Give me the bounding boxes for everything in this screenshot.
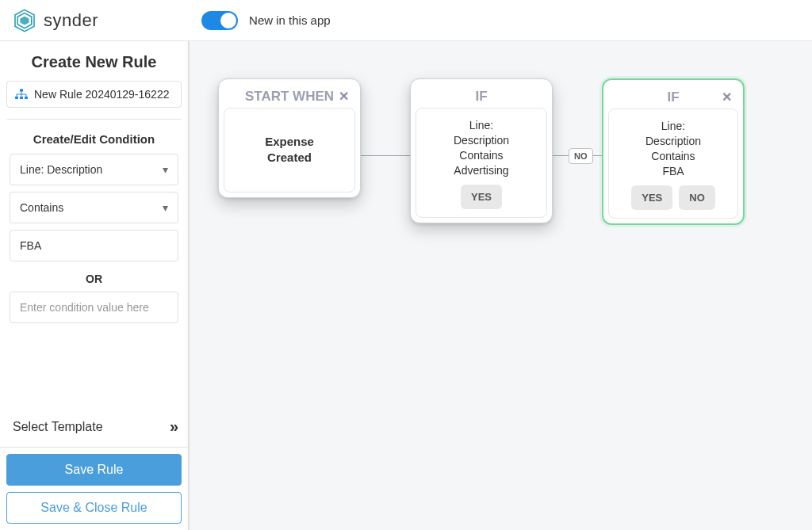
no-chip[interactable]: NO [679,185,715,211]
brand-text: synder [44,10,98,31]
rule-flow-canvas[interactable]: NO START WHEN ✕ ExpenseCreated IF Line: … [190,41,812,530]
caret-down-icon: ▾ [163,201,168,214]
caret-down-icon: ▾ [163,163,168,176]
condition-section-title: Create/Edit Condition [0,129,188,154]
cond-value: Advertising [421,163,542,178]
rule-name-text: New Rule 20240129-16222 [34,88,169,101]
condition-value-input[interactable]: FBA [10,230,178,261]
node-if-2[interactable]: IF ✕ Line: Description Contains FBA YES … [602,78,745,225]
node-head: START WHEN ✕ [224,84,355,108]
node-body: Line: Description Contains Advertising Y… [416,108,547,218]
rule-editor-sidebar: Create New Rule New Rule 20240129-16222 … [0,41,190,530]
connector [361,155,410,156]
rule-name-field[interactable]: New Rule 20240129-16222 [6,81,182,108]
brand-logo: synder [12,8,98,33]
divider [6,119,182,120]
svg-rect-4 [15,97,18,99]
condition-alt-placeholder: Enter condition value here [20,301,149,314]
cond-value: FBA [614,164,733,179]
condition-operator-value: Contains [20,201,63,214]
select-template-row[interactable]: Select Template » [0,406,188,447]
cond-line: Line: [614,119,733,134]
panel-title: Create New Rule [0,41,188,81]
node-head: IF [416,84,547,108]
cond-line: Line: [421,118,542,133]
sidebar-buttons: Save Rule Save & Close Rule [0,447,188,530]
cond-line: Description [421,133,542,148]
yes-chip[interactable]: YES [631,185,672,211]
node-start-when[interactable]: START WHEN ✕ ExpenseCreated [218,78,361,198]
cond-line: Contains [614,149,733,164]
brand-icon [12,8,37,33]
yes-chip[interactable]: YES [461,185,502,210]
select-template-label: Select Template [13,420,103,434]
condition-operator-select[interactable]: Contains ▾ [10,192,178,223]
new-in-app-toggle[interactable] [201,11,238,30]
node-body: Line: Description Contains FBA YES NO [608,109,738,219]
svg-rect-6 [25,97,28,99]
svg-rect-3 [20,89,23,91]
condition-alt-value-input[interactable]: Enter condition value here [10,292,178,323]
condition-field-value: Line: Description [20,163,102,176]
save-rule-button[interactable]: Save Rule [6,454,182,486]
app-header: synder New in this app [0,0,812,41]
node-head-label: IF [667,90,679,105]
save-close-rule-button[interactable]: Save & Close Rule [6,492,182,524]
edge-no-badge: NO [569,148,593,164]
cond-line: Description [614,134,733,149]
new-in-app-label: New in this app [249,13,331,27]
node-if-1[interactable]: IF Line: Description Contains Advertisin… [410,78,553,223]
node-head: IF ✕ [608,85,738,109]
node-head-label: IF [475,89,487,104]
chevron-right-double-icon: » [170,418,175,436]
svg-rect-5 [20,97,23,99]
close-icon[interactable]: ✕ [722,91,732,104]
condition-value-text: FBA [20,239,41,252]
close-icon[interactable]: ✕ [339,90,349,103]
start-trigger-label: ExpenseCreated [229,134,350,166]
new-in-app-toggle-wrap: New in this app [201,11,331,30]
or-label: OR [0,268,188,292]
sitemap-icon [15,89,28,100]
svg-marker-2 [20,16,29,25]
condition-field-select[interactable]: Line: Description ▾ [10,154,178,185]
cond-line: Contains [421,148,542,163]
node-body: ExpenseCreated [224,108,355,193]
node-head-label: START WHEN [245,89,334,104]
